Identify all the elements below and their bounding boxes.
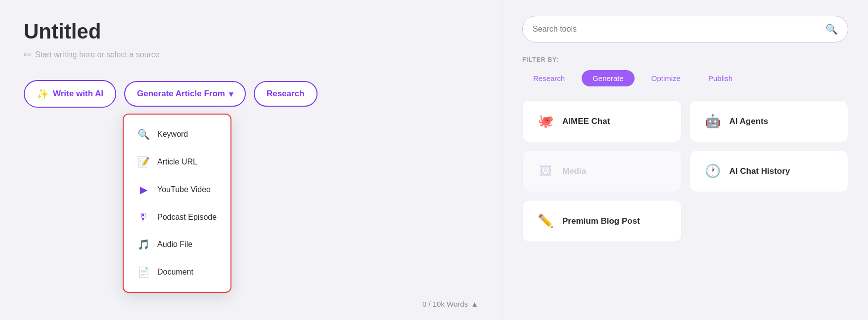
chevron-down-icon: ▾ [229, 89, 233, 99]
generate-label: Generate Article From [137, 89, 225, 99]
generate-dropdown-menu: 🔍 Keyword 📝 Article URL ▶ YouTube Video … [123, 114, 231, 293]
page-title: Untitled [24, 20, 478, 43]
dropdown-item-article-url[interactable]: 📝 Article URL [124, 148, 230, 176]
dropdown-article-url-label: Article URL [157, 158, 197, 166]
filter-section: FILTER BY: Research Generate Optimize Pu… [522, 56, 848, 86]
tool-card-premium-blog-post[interactable]: ✏️ Premium Blog Post [522, 200, 682, 242]
dropdown-keyword-label: Keyword [157, 130, 188, 139]
article-url-icon: 📝 [137, 156, 149, 168]
subtitle-row: ✏ Start writing here or select a source [24, 49, 478, 60]
dropdown-audio-label: Audio File [157, 240, 192, 249]
pencil-icon: ✏ [24, 49, 31, 60]
generate-article-from-button[interactable]: Generate Article From ▾ [124, 81, 246, 107]
dropdown-item-youtube-video[interactable]: ▶ YouTube Video [124, 176, 230, 203]
dropdown-item-podcast-episode[interactable]: 🎙 Podcast Episode [124, 203, 230, 231]
audio-icon: 🎵 [137, 239, 149, 250]
media-label: Media [562, 166, 586, 176]
research-label: Research [267, 89, 305, 99]
sparkle-icon: ✨ [37, 88, 49, 100]
write-with-ai-button[interactable]: ✨ Write with AI [24, 80, 116, 108]
dropdown-podcast-label: Podcast Episode [157, 213, 217, 222]
aimee-chat-label: AIMEE Chat [562, 117, 610, 126]
chevron-up-icon: ▲ [471, 300, 478, 308]
actions-row: ✨ Write with AI Generate Article From ▾ … [24, 80, 478, 108]
filter-pill-research[interactable]: Research [522, 70, 576, 86]
dropdown-item-audio-file[interactable]: 🎵 Audio File [124, 231, 230, 258]
ai-agents-icon: 🤖 [704, 114, 722, 129]
premium-blog-post-icon: ✏️ [537, 213, 554, 229]
keyword-icon: 🔍 [137, 128, 149, 140]
tools-grid: 🐙 AIMEE Chat 🤖 AI Agents 🖼 Media 🕐 AI Ch… [522, 100, 848, 242]
dropdown-item-keyword[interactable]: 🔍 Keyword [124, 120, 230, 148]
search-tools-input[interactable] [533, 25, 820, 34]
premium-blog-post-label: Premium Blog Post [562, 216, 640, 226]
filter-pill-publish[interactable]: Publish [697, 70, 743, 86]
word-count-value: 0 / 10k Words [422, 300, 468, 308]
ai-chat-history-label: AI Chat History [730, 166, 790, 176]
youtube-icon: ▶ [137, 184, 149, 196]
filter-pill-generate[interactable]: Generate [582, 70, 635, 86]
filter-pills: Research Generate Optimize Publish [522, 70, 848, 86]
document-icon: 📄 [137, 266, 149, 278]
tool-card-aimee-chat[interactable]: 🐙 AIMEE Chat [522, 100, 682, 142]
ai-chat-history-icon: 🕐 [704, 163, 722, 179]
dropdown-item-document[interactable]: 📄 Document [124, 258, 230, 286]
filter-by-label: FILTER BY: [522, 56, 848, 63]
write-ai-label: Write with AI [53, 89, 103, 99]
right-panel: 🔍 FILTER BY: Research Generate Optimize … [502, 0, 868, 320]
search-icon[interactable]: 🔍 [825, 23, 838, 35]
filter-pill-optimize[interactable]: Optimize [640, 70, 691, 86]
tool-card-media: 🖼 Media [522, 150, 682, 192]
media-icon: 🖼 [537, 163, 554, 179]
dropdown-document-label: Document [157, 268, 193, 277]
subtitle-text: Start writing here or select a source [35, 50, 160, 59]
aimee-chat-icon: 🐙 [537, 114, 554, 129]
tool-card-ai-chat-history[interactable]: 🕐 AI Chat History [689, 150, 849, 192]
left-panel: Untitled ✏ Start writing here or select … [0, 0, 502, 320]
tool-card-ai-agents[interactable]: 🤖 AI Agents [689, 100, 849, 142]
word-count: 0 / 10k Words ▲ [422, 300, 478, 308]
research-button[interactable]: Research [254, 81, 318, 107]
dropdown-youtube-label: YouTube Video [157, 185, 211, 194]
search-bar: 🔍 [522, 16, 848, 42]
podcast-icon: 🎙 [137, 211, 149, 223]
ai-agents-label: AI Agents [730, 117, 769, 126]
